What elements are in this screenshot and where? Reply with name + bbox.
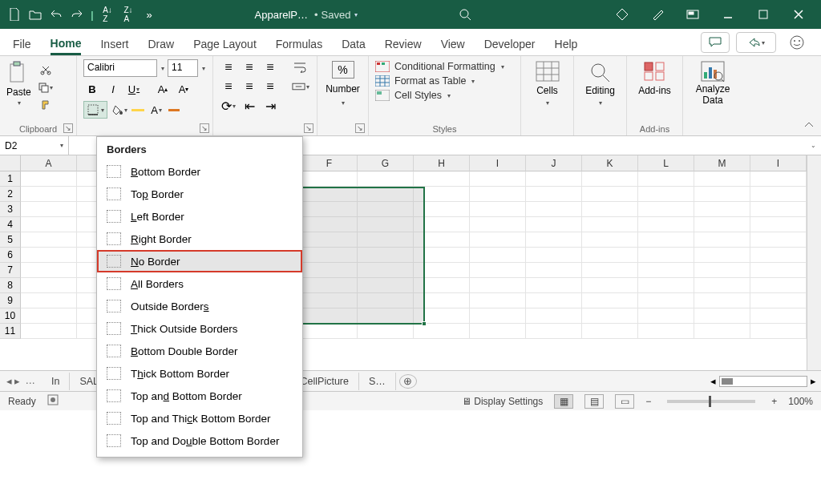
cell[interactable] xyxy=(21,263,77,278)
borders-menu-item[interactable]: Right Border xyxy=(97,228,302,250)
italic-button[interactable]: I xyxy=(104,80,122,98)
minimize-button[interactable] xyxy=(710,0,746,29)
row-header[interactable]: 4 xyxy=(0,217,21,232)
cell[interactable] xyxy=(21,324,77,339)
cell[interactable] xyxy=(358,308,414,324)
col-header[interactable]: G xyxy=(358,155,414,171)
zoom-level[interactable]: 100% xyxy=(788,396,813,407)
align-center-icon[interactable]: ≡ xyxy=(241,79,258,95)
cell[interactable] xyxy=(414,278,470,293)
tab-review[interactable]: Review xyxy=(385,33,422,55)
cell[interactable] xyxy=(694,324,750,339)
number-launcher[interactable]: ↘ xyxy=(355,123,365,133)
cell[interactable] xyxy=(582,308,638,324)
cell[interactable] xyxy=(414,217,470,232)
addins-button[interactable]: Add-ins xyxy=(638,85,671,96)
cell[interactable] xyxy=(750,187,807,202)
cell[interactable] xyxy=(470,187,526,202)
qat-more-icon[interactable]: » xyxy=(140,5,159,24)
cell[interactable] xyxy=(301,217,358,232)
cell[interactable] xyxy=(358,248,414,263)
cell[interactable] xyxy=(582,187,638,202)
borders-menu-item[interactable]: Top and Bottom Border xyxy=(97,385,302,407)
cell[interactable] xyxy=(750,217,807,232)
comments-button[interactable] xyxy=(701,32,730,53)
row-header[interactable]: 1 xyxy=(0,171,21,187)
borders-menu-item[interactable]: Top Border xyxy=(97,183,302,205)
ribbon-collapse-icon[interactable] xyxy=(803,118,815,132)
tab-view[interactable]: View xyxy=(441,33,465,55)
cell[interactable] xyxy=(301,293,358,308)
borders-menu-item[interactable]: Top and Double Bottom Border xyxy=(97,429,302,452)
cell[interactable] xyxy=(470,278,526,293)
cell[interactable] xyxy=(638,232,694,248)
bold-button[interactable]: B xyxy=(83,80,101,98)
cell[interactable] xyxy=(470,202,526,217)
cell[interactable] xyxy=(301,248,358,263)
col-header[interactable]: I xyxy=(750,155,807,171)
cell[interactable] xyxy=(638,217,694,232)
cell[interactable] xyxy=(582,217,638,232)
cell[interactable] xyxy=(470,324,526,339)
cell[interactable] xyxy=(582,324,638,339)
cell[interactable] xyxy=(638,324,694,339)
col-header[interactable]: I xyxy=(470,155,526,171)
cell[interactable] xyxy=(526,187,582,202)
maximize-button[interactable] xyxy=(746,0,781,29)
close-button[interactable] xyxy=(781,0,816,29)
borders-menu-item[interactable]: Thick Bottom Border xyxy=(97,362,302,385)
cell[interactable] xyxy=(358,187,414,202)
cell[interactable] xyxy=(750,248,807,263)
borders-button[interactable]: ▾ xyxy=(83,101,107,119)
col-header[interactable]: H xyxy=(414,155,470,171)
zoom-in-button[interactable]: + xyxy=(771,396,777,407)
cell[interactable] xyxy=(470,171,526,187)
cell[interactable] xyxy=(470,248,526,263)
cell[interactable] xyxy=(694,248,750,263)
cell[interactable] xyxy=(526,263,582,278)
row-header[interactable]: 5 xyxy=(0,232,21,248)
align-right-icon[interactable]: ≡ xyxy=(261,79,279,95)
cell[interactable] xyxy=(414,171,470,187)
cell[interactable] xyxy=(694,308,750,324)
cell[interactable] xyxy=(694,217,750,232)
cell[interactable] xyxy=(301,171,358,187)
borders-menu-item[interactable]: All Borders xyxy=(97,272,302,295)
cell[interactable] xyxy=(750,263,807,278)
sheet-nav[interactable]: ◂ ▸ … xyxy=(0,375,42,387)
cell[interactable] xyxy=(638,263,694,278)
cell[interactable] xyxy=(638,171,694,187)
col-header[interactable]: L xyxy=(638,155,694,171)
cell[interactable] xyxy=(582,171,638,187)
open-file-icon[interactable] xyxy=(26,5,45,24)
cell[interactable] xyxy=(301,278,358,293)
align-left-icon[interactable]: ≡ xyxy=(220,79,237,95)
row-header[interactable]: 11 xyxy=(0,324,21,339)
row-header[interactable]: 9 xyxy=(0,293,21,308)
cell[interactable] xyxy=(526,278,582,293)
tab-insert[interactable]: Insert xyxy=(100,33,128,55)
cell[interactable] xyxy=(358,278,414,293)
cell[interactable] xyxy=(414,202,470,217)
paste-button[interactable]: Paste ▾ xyxy=(6,61,31,112)
cell[interactable] xyxy=(750,232,807,248)
col-header[interactable]: F xyxy=(301,155,358,171)
cell[interactable] xyxy=(21,217,77,232)
cell[interactable] xyxy=(582,278,638,293)
align-middle-icon[interactable]: ≡ xyxy=(241,59,258,75)
cell[interactable] xyxy=(694,202,750,217)
merge-center-icon[interactable]: ▾ xyxy=(292,79,309,95)
font-color-button[interactable]: A▾ xyxy=(148,101,165,119)
cell[interactable] xyxy=(526,308,582,324)
row-header[interactable]: 7 xyxy=(0,263,21,278)
cell[interactable] xyxy=(750,293,807,308)
font-name-combo[interactable]: Calibri xyxy=(83,59,157,77)
zoom-slider[interactable] xyxy=(667,400,755,403)
orientation-icon[interactable]: ⟳▾ xyxy=(220,98,237,114)
cell[interactable] xyxy=(21,187,77,202)
cell[interactable] xyxy=(301,187,358,202)
cell[interactable] xyxy=(470,263,526,278)
percent-icon[interactable]: % xyxy=(332,61,354,79)
tab-file[interactable]: File xyxy=(13,33,31,55)
brush-icon[interactable] xyxy=(640,0,675,29)
